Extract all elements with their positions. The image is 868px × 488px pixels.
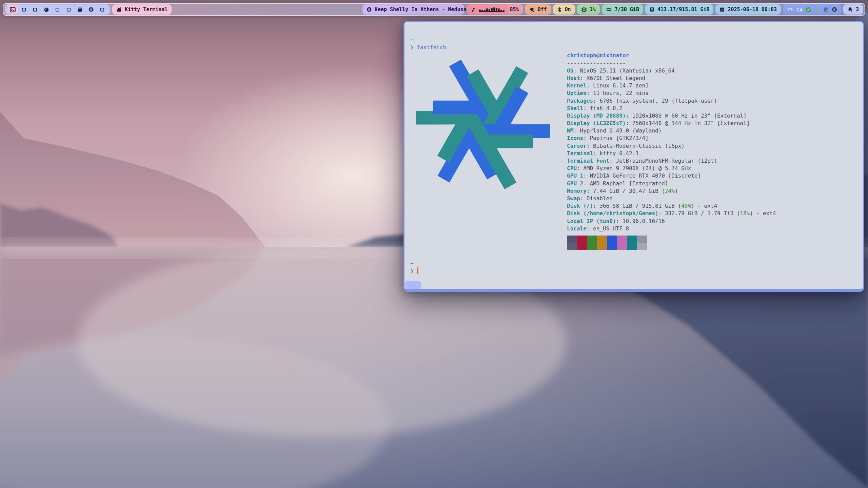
- palette-swatch: [597, 243, 607, 250]
- network-value: Off: [537, 6, 547, 13]
- fastfetch-entry: Kernel: Linux 6.14.7-zen1: [567, 82, 776, 89]
- fastfetch-entry: Locale: en_US.UTF-8: [567, 225, 776, 232]
- entry-value: JetBrainsMonoNFM-Regular (12pt): [616, 158, 717, 164]
- prompt-symbol: ❯: [410, 44, 414, 50]
- entry-colon: :: [626, 113, 632, 119]
- entry-colon: :: [593, 203, 599, 209]
- palette-swatch: [567, 243, 577, 250]
- active-window-title[interactable]: Kitty Terminal: [112, 4, 172, 15]
- screen-lock-icon[interactable]: [796, 7, 803, 12]
- fastfetch-entry: OS: NixOS 25.11 (Xantusia) x86_64: [567, 67, 776, 75]
- keyboard-icon[interactable]: [787, 7, 793, 12]
- palette-swatch: [567, 236, 577, 243]
- nixos-logo: [408, 52, 557, 196]
- entry-label: Disk (/): [567, 203, 593, 209]
- status-bar: Kitty Terminal Keep Shelly In Athens - M…: [3, 3, 865, 16]
- fastfetch-entry: Disk (/): 366.58 GiB / 915.81 GiB (40%) …: [567, 202, 776, 210]
- entry-label: OS: [567, 67, 573, 74]
- palette-swatch: [637, 236, 647, 243]
- entry-colon: :: [580, 75, 587, 81]
- fastfetch-entry: GPU 2: AMD Raphael [Integrated]: [567, 180, 776, 187]
- audio-visualizer-module[interactable]: [467, 4, 509, 15]
- entry-label: Local IP (tun0): [567, 218, 616, 224]
- bluetooth-module[interactable]: On: [553, 4, 575, 15]
- dark-app-icon: [77, 7, 82, 12]
- clock-module[interactable]: 2025-06-18 00:03: [715, 4, 781, 15]
- entry-value: Linux 6.14.7-zen1: [593, 82, 649, 89]
- wifi-off-icon: [529, 7, 535, 13]
- notification-count: 3: [856, 6, 859, 13]
- hostname: nixinator: [599, 52, 629, 59]
- spotify-icon: [88, 7, 94, 12]
- entry-label: Icons: [567, 135, 583, 141]
- entry-label: Kernel: [567, 82, 587, 89]
- entry-colon: :: [593, 150, 599, 157]
- fastfetch-entry: Display (MD 20889): 1920x1080 @ 60 Hz in…: [567, 112, 776, 120]
- volume-value: 85%: [510, 6, 519, 13]
- entry-label: WM: [567, 127, 573, 134]
- entry-percent: 24%: [665, 188, 675, 194]
- notifications-module[interactable]: 3: [843, 4, 863, 15]
- entry-label: GPU 2: [567, 180, 583, 187]
- disk-icon: [649, 7, 655, 12]
- fastfetch-entry: Host: X670E Steel Legend: [567, 75, 776, 82]
- palette-row: [567, 236, 776, 243]
- bluetooth-icon: [557, 7, 562, 13]
- spotify-icon[interactable]: [832, 7, 837, 12]
- workspace-1[interactable]: [7, 5, 18, 14]
- workspace-8[interactable]: [86, 5, 96, 14]
- entry-label: Swap: [567, 195, 580, 202]
- workspace-4[interactable]: [41, 5, 52, 14]
- disk-module[interactable]: 413.17/915.81 GiB: [645, 4, 714, 15]
- prompt-symbol: ❯: [410, 268, 414, 274]
- workspace-6[interactable]: [63, 5, 74, 14]
- empty-square-icon: [66, 7, 71, 12]
- memory-module[interactable]: 7/30 GiB: [602, 4, 643, 15]
- system-modules: 85%OffOn1%7/30 GiB413.17/915.81 GiB2025-…: [497, 4, 781, 15]
- entry-colon: :: [587, 90, 593, 96]
- right-modules: 85%OffOn1%7/30 GiB413.17/915.81 GiB2025-…: [497, 4, 863, 15]
- workspaces: [5, 4, 110, 15]
- workspace-7[interactable]: [75, 5, 85, 14]
- palette-swatch: [617, 243, 627, 250]
- system-tray: [783, 4, 841, 15]
- fastfetch-entry: Icons: Papirus [GTK2/3/4]: [567, 135, 776, 142]
- at-symbol: @: [596, 52, 600, 59]
- workspace-3[interactable]: [30, 5, 40, 14]
- fastfetch-entry: Terminal Font: JetBrainsMonoNFM-Regular …: [567, 157, 776, 165]
- network-module[interactable]: Off: [525, 4, 551, 15]
- palette-swatch: [587, 243, 597, 250]
- terminal-tab[interactable]: ~: [405, 281, 421, 289]
- workspace-2[interactable]: [19, 5, 29, 14]
- cpu-icon: [581, 7, 587, 13]
- entry-value: NixOS 25.11 (Xantusia) x86_64: [580, 67, 675, 74]
- entry-colon: :: [583, 172, 590, 179]
- entry-value: fish 4.0.2: [590, 105, 622, 111]
- calendar-icon: [719, 7, 725, 12]
- entry-value: NVIDIA GeForce RTX 4070 [Discrete]: [590, 172, 701, 179]
- fastfetch-entry: Shell: fish 4.0.2: [567, 105, 776, 112]
- fastfetch-entry: Local IP (tun0): 10.96.0.16/16: [567, 218, 776, 225]
- palette-swatch: [607, 236, 617, 243]
- terminal-tab-label: ~: [412, 282, 415, 287]
- fastfetch-title: christoph@nixinator: [567, 52, 776, 59]
- firefox-icon: [44, 7, 49, 12]
- kitty-terminal-window[interactable]: ~ ❯ fastfetch christoph@nixinator-------…: [403, 21, 864, 292]
- media-player-module[interactable]: Keep Shelly In Athens - Medusa: [362, 4, 464, 15]
- workspace-5[interactable]: [52, 5, 63, 14]
- fastfetch-output: christoph@nixinator------------------OS:…: [410, 52, 856, 250]
- prompt-cwd: ~: [410, 260, 414, 267]
- key-icon[interactable]: [814, 7, 820, 13]
- entry-value: 11 hours, 22 mins: [593, 90, 649, 96]
- fastfetch-entry: Display (LC32G5xT): 868x488 @ 144 Hz i…: [567, 120, 776, 127]
- workspace-9[interactable]: [97, 5, 107, 14]
- palette-swatch: [637, 243, 647, 250]
- check-circle-icon[interactable]: [806, 7, 811, 13]
- palette-row: [567, 243, 776, 250]
- entry-value: AMD Raphael [Integrated]: [590, 180, 668, 187]
- cpu-module[interactable]: 1%: [577, 4, 600, 15]
- entry-colon: :: [587, 82, 593, 89]
- palette-swatch: [607, 243, 617, 250]
- vpn-shield-icon[interactable]: [823, 7, 829, 13]
- entry-value: kitty 0.42.1: [599, 150, 639, 157]
